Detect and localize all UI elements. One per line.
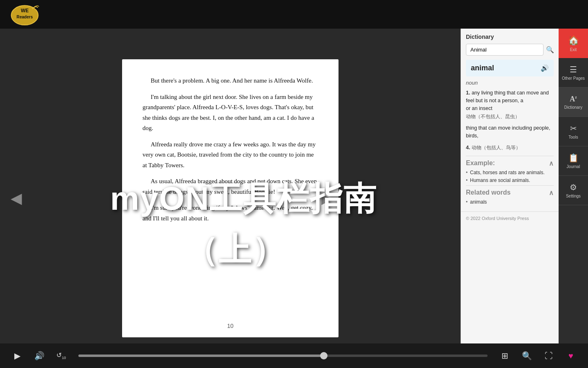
dictionary-panel: Dictionary 🔍 animal 🔊 noun 1. any living… xyxy=(461,29,559,368)
paragraph-4: As usual, Alfreeda bragged about dogs an… xyxy=(143,176,318,197)
home-icon: 🏠 xyxy=(568,35,579,46)
related-words-section-header: Related words ∧ xyxy=(466,185,554,197)
play-icon: ▶ xyxy=(14,351,20,361)
bookmark-button[interactable]: ♥ xyxy=(562,347,580,365)
exit-button[interactable]: 🏠 Exit xyxy=(559,29,588,58)
book-area: ◀ But there's a problem. A big one. And … xyxy=(0,29,461,368)
journal-icon: 📋 xyxy=(568,153,579,163)
zoom-in-button[interactable]: 🔍 xyxy=(518,347,536,365)
sidebar-item-settings[interactable]: ⚙ Settings xyxy=(559,176,588,205)
audio-icon: 🔊 xyxy=(541,65,549,72)
audio-button[interactable]: 🔊 xyxy=(541,64,549,72)
collapse-examples-icon[interactable]: ∧ xyxy=(549,159,554,167)
dictionary-search-row: 🔍 xyxy=(466,43,554,56)
page-number: 10 xyxy=(227,323,234,329)
examples-section-header: Example: ∧ xyxy=(466,156,554,167)
heart-icon: ♥ xyxy=(568,351,573,361)
sidebar-item-other-pages[interactable]: ☰ Other Pages xyxy=(559,58,588,88)
related-words-list: animals xyxy=(466,199,554,205)
sidebar-item-journal[interactable]: 📋 Journal xyxy=(559,146,588,176)
page-layout-icon: ⊞ xyxy=(501,351,508,361)
examples-list: Cats, horses and rats are animals. Human… xyxy=(466,170,554,183)
dictionary-icon: Az xyxy=(570,95,577,103)
volume-icon: 🔊 xyxy=(34,351,45,361)
paragraph-1: But there's a problem. A big one. And he… xyxy=(143,76,318,86)
sidebar: 🏠 Exit ☰ Other Pages Az Dictionary ✂ Too… xyxy=(559,29,588,368)
settings-icon: ⚙ xyxy=(570,182,577,192)
dictionary-word: animal 🔊 xyxy=(471,64,549,72)
example-item-2: Humans are social animals. xyxy=(466,177,554,183)
book-content: But there's a problem. A big one. And he… xyxy=(143,76,318,224)
part-of-speech: noun xyxy=(466,80,554,86)
paragraph-5: I'm sure you're wondering if my "claws" … xyxy=(143,203,318,224)
progress-bar[interactable] xyxy=(78,355,488,357)
main-area: ◀ But there's a problem. A big one. And … xyxy=(0,29,588,368)
logo: WE Readers xyxy=(8,2,41,27)
play-button[interactable]: ▶ xyxy=(8,347,26,365)
definition-1: 1. any living thing that can move and fe… xyxy=(466,89,554,120)
related-item-1: animals xyxy=(466,199,554,205)
dictionary-search-button[interactable]: 🔍 xyxy=(546,43,554,56)
replay-button[interactable]: ↺10 xyxy=(52,347,70,365)
other-pages-icon: ☰ xyxy=(570,65,577,74)
next-page-button[interactable]: ▶ xyxy=(321,190,333,207)
tools-icon: ✂ xyxy=(570,123,577,133)
example-label: Example: xyxy=(466,159,495,167)
search-icon: 🔍 xyxy=(546,46,554,54)
journal-label: Journal xyxy=(567,164,580,169)
paragraph-2: I'm talking about the girl next door. Sh… xyxy=(143,92,318,134)
dictionary-search-input[interactable] xyxy=(466,44,543,56)
sidebar-item-dictionary[interactable]: Az Dictionary xyxy=(559,88,588,117)
example-item-1: Cats, horses and rats are animals. xyxy=(466,170,554,175)
progress-fill xyxy=(78,355,324,357)
paragraph-3: Alfreeda really drove me crazy a few wee… xyxy=(143,139,318,171)
book-page: But there's a problem. A big one. And he… xyxy=(122,59,339,337)
svg-text:Readers: Readers xyxy=(16,14,33,19)
replay-icon: ↺10 xyxy=(56,351,66,360)
copyright-text: © 2022 Oxford University Press xyxy=(461,211,559,225)
tools-label: Tools xyxy=(568,135,578,139)
dictionary-entry: animal 🔊 xyxy=(466,60,554,76)
fullscreen-icon: ⛶ xyxy=(545,351,553,361)
dictionary-label: Dictionary xyxy=(564,105,582,110)
definition-2: thing that can move including people, bi… xyxy=(466,124,554,140)
prev-page-button[interactable]: ◀ xyxy=(4,186,29,211)
other-pages-label: Other Pages xyxy=(562,76,585,81)
dictionary-title: Dictionary xyxy=(466,34,554,40)
svg-text:WE: WE xyxy=(20,8,28,13)
header: WE Readers xyxy=(0,0,588,29)
collapse-related-icon[interactable]: ∧ xyxy=(549,189,554,197)
settings-label: Settings xyxy=(566,194,581,198)
fullscreen-button[interactable]: ⛶ xyxy=(540,347,558,365)
bottom-toolbar: ▶ 🔊 ↺10 ⊞ 🔍 ⛶ ♥ xyxy=(0,343,588,368)
related-words-label: Related words xyxy=(466,189,510,196)
sidebar-item-tools[interactable]: ✂ Tools xyxy=(559,117,588,146)
volume-button[interactable]: 🔊 xyxy=(30,347,48,365)
exit-label: Exit xyxy=(570,47,577,52)
page-layout-button[interactable]: ⊞ xyxy=(496,347,514,365)
definition-4: 4. 动物（包括人、鸟等） xyxy=(466,144,554,152)
zoom-in-icon: 🔍 xyxy=(522,351,532,361)
progress-knob[interactable] xyxy=(320,352,327,359)
